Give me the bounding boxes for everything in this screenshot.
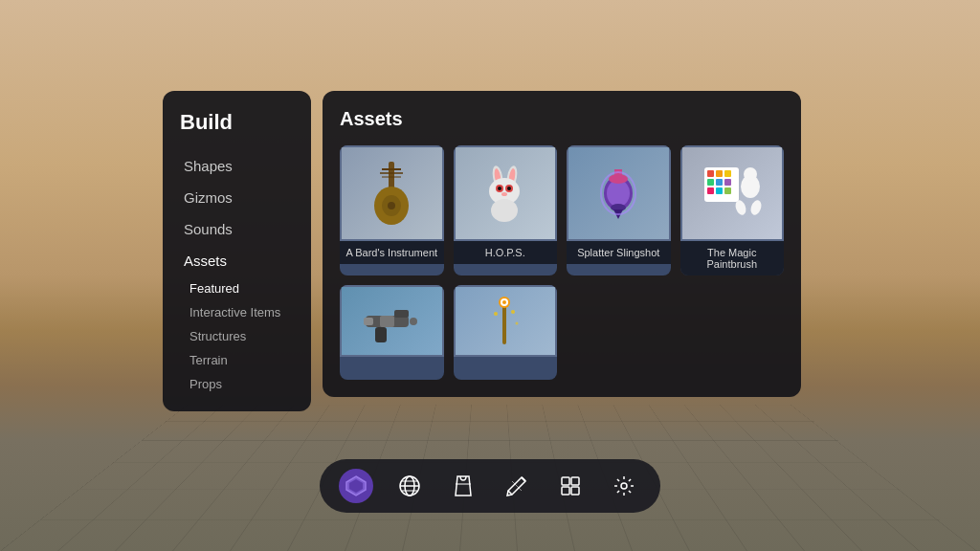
svg-point-16: [501, 192, 507, 196]
assets-panel: Assets A Bard's Instrument: [323, 91, 801, 397]
asset-thumb-bards-instrument: [340, 145, 444, 241]
asset-thumb-splatter-slingshot: [567, 145, 671, 241]
toolbar-paint-button[interactable]: [500, 469, 534, 503]
sidebar-sub-terrain[interactable]: Terrain: [163, 348, 311, 372]
bag-icon: [452, 474, 475, 497]
paint-icon: [505, 474, 528, 497]
svg-rect-41: [375, 327, 387, 342]
asset-card-splatter-slingshot[interactable]: Splatter Slingshot: [567, 145, 671, 276]
svg-rect-62: [571, 477, 579, 485]
partial1-icon: [361, 295, 423, 347]
menu-icon: [559, 474, 582, 497]
sidebar-item-shapes[interactable]: Shapes: [167, 150, 307, 182]
asset-name-bards-instrument: A Bard's Instrument: [340, 241, 444, 264]
sidebar-item-gizmos[interactable]: Gizmos: [167, 182, 307, 213]
svg-rect-30: [716, 179, 723, 186]
sidebar-sub-structures[interactable]: Structures: [163, 324, 311, 348]
svg-point-43: [410, 318, 417, 325]
asset-card-bards-instrument[interactable]: A Bard's Instrument: [340, 145, 444, 276]
svg-rect-21: [614, 169, 622, 181]
asset-thumb-partial-1: [340, 285, 444, 357]
svg-point-51: [516, 322, 519, 325]
svg-point-50: [511, 310, 515, 314]
svg-rect-31: [724, 179, 731, 186]
assets-grid: A Bard's Instrument: [340, 145, 784, 276]
hops-icon: [479, 163, 531, 225]
svg-rect-42: [364, 318, 373, 325]
sidebar: Build Shapes Gizmos Sounds Assets Featur…: [163, 91, 311, 411]
svg-point-48: [502, 300, 506, 304]
asset-name-splatter-slingshot: Splatter Slingshot: [567, 241, 671, 264]
svg-point-6: [388, 202, 395, 209]
sidebar-sub-interactive-items[interactable]: Interactive Items: [163, 300, 311, 324]
sidebar-item-assets[interactable]: Assets: [167, 245, 307, 276]
svg-point-17: [491, 199, 518, 222]
svg-rect-26: [707, 170, 714, 177]
svg-rect-29: [707, 179, 714, 186]
ui-container: Build Shapes Gizmos Sounds Assets Featur…: [163, 91, 801, 411]
asset-thumb-hops: [454, 145, 558, 241]
svg-rect-64: [571, 487, 579, 495]
build-icon: [345, 474, 368, 497]
svg-rect-28: [724, 170, 731, 177]
assets-panel-title: Assets: [340, 108, 784, 130]
svg-rect-0: [389, 162, 394, 190]
svg-rect-33: [716, 187, 723, 194]
svg-rect-27: [716, 170, 723, 177]
svg-rect-44: [380, 316, 394, 327]
svg-point-19: [607, 180, 630, 207]
slingshot-icon: [592, 160, 645, 227]
toolbar-menu-button[interactable]: [553, 469, 588, 503]
sidebar-title: Build: [163, 110, 311, 150]
svg-point-36: [744, 167, 757, 181]
toolbar-build-button[interactable]: [339, 469, 373, 503]
asset-thumb-partial-2: [454, 285, 558, 357]
svg-point-15: [507, 187, 511, 190]
asset-card-magic-paintbrush[interactable]: The Magic Paintbrush: [680, 145, 785, 276]
svg-rect-40: [394, 310, 409, 318]
svg-rect-61: [562, 477, 569, 485]
toolbar-world-button[interactable]: [392, 469, 427, 503]
assets-grid-partial: - -: [340, 285, 784, 380]
asset-thumb-magic-paintbrush: [680, 145, 785, 241]
svg-point-14: [498, 187, 501, 190]
sidebar-sub-props[interactable]: Props: [163, 372, 311, 396]
svg-point-49: [494, 312, 498, 316]
svg-rect-34: [724, 187, 731, 194]
svg-point-65: [621, 483, 627, 489]
sidebar-sub-featured[interactable]: Featured: [163, 276, 311, 300]
svg-rect-63: [562, 487, 569, 495]
svg-point-38: [749, 199, 763, 216]
instrument-icon: [363, 160, 420, 227]
partial2-icon: [479, 295, 531, 347]
toolbar-bag-button[interactable]: [446, 469, 480, 503]
svg-rect-32: [707, 187, 714, 194]
sidebar-item-sounds[interactable]: Sounds: [167, 213, 307, 245]
asset-name-magic-paintbrush: The Magic Paintbrush: [680, 241, 785, 276]
toolbar: [320, 459, 660, 513]
paintbrush-icon: [701, 160, 763, 227]
asset-card-hops[interactable]: H.O.P.S.: [454, 145, 558, 276]
asset-card-partial-1[interactable]: -: [340, 285, 444, 380]
asset-name-hops: H.O.P.S.: [454, 241, 558, 264]
settings-icon: [612, 474, 635, 497]
world-icon: [398, 474, 421, 497]
toolbar-settings-button[interactable]: [607, 469, 641, 503]
asset-card-partial-2[interactable]: -: [454, 285, 558, 380]
